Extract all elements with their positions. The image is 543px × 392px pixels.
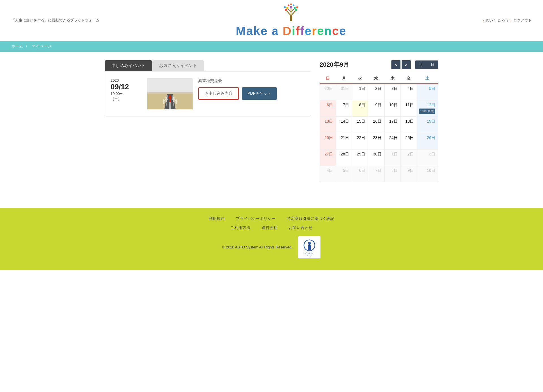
cal-header-wed: 水 [368, 74, 384, 84]
calendar-day-cell[interactable]: 17日 [384, 116, 400, 133]
calendar-day-cell[interactable]: 29日 [352, 149, 368, 166]
calendar-day-cell[interactable]: 22日 [352, 133, 368, 149]
calendar-day-cell[interactable]: 8日 [384, 166, 400, 182]
calendar-day-cell[interactable]: 23日 [368, 133, 384, 149]
svg-point-14 [293, 5, 294, 6]
calendar-day-cell[interactable]: 9日 [400, 166, 417, 182]
privacy-badge-icon: プライバシー マーク [299, 237, 319, 257]
pdf-ticket-button[interactable]: PDFチケット [242, 87, 277, 100]
calendar-day-cell[interactable]: 12日19時 異業 [417, 100, 438, 116]
event-year: 2020 [111, 78, 142, 83]
event-date: 2020 09/12 19:00〜 （土） [111, 78, 142, 101]
calendar-day-view-button[interactable]: 日 [427, 60, 438, 69]
calendar-date-number: 14日 [337, 119, 349, 124]
calendar-event-badge[interactable]: 19時 異業 [419, 109, 435, 114]
calendar-date-number: 7日 [337, 103, 349, 108]
svg-line-4 [287, 8, 291, 12]
footer-contact-link[interactable]: お問い合わせ [289, 225, 313, 230]
calendar-day-cell[interactable]: 14日 [336, 116, 352, 133]
svg-point-11 [286, 7, 288, 9]
calendar-day-cell[interactable]: 7日 [368, 166, 384, 182]
calendar-date-number: 8日 [353, 103, 365, 108]
calendar-day-cell[interactable]: 4日 [320, 166, 336, 182]
footer-howto-link[interactable]: ご利用方法 [230, 225, 250, 230]
calendar-next-button[interactable]: > [402, 60, 411, 69]
event-card: 2020 09/12 19:00〜 （土） [105, 71, 311, 116]
calendar-day-cell[interactable]: 19日 [417, 116, 438, 133]
calendar-date-number: 28日 [337, 152, 349, 157]
calendar-day-cell[interactable]: 10日 [417, 166, 438, 182]
calendar-date-number: 27日 [321, 152, 333, 157]
cal-header-sat: 土 [417, 74, 438, 84]
header-chevron1: › [483, 18, 484, 23]
calendar-day-cell[interactable]: 4日 [400, 84, 417, 100]
event-dow: （土） [111, 96, 142, 101]
calendar-day-cell[interactable]: 3日 [417, 149, 438, 166]
logout-link[interactable]: ログアウト [513, 18, 532, 23]
cal-header-mon: 月 [336, 74, 352, 84]
calendar-day-cell[interactable]: 15日 [352, 116, 368, 133]
breadcrumb-mypage: マイページ [32, 44, 51, 48]
calendar-day-cell[interactable]: 3日 [384, 84, 400, 100]
tab-registered-events[interactable]: 申し込みイベント [105, 60, 152, 71]
event-info: 異業種交流会 お申し込み内容 PDFチケット [198, 78, 305, 100]
calendar-day-cell[interactable]: 28日 [336, 149, 352, 166]
calendar-day-cell[interactable]: 2日 [400, 149, 417, 166]
tab-favorite-events[interactable]: お気に入りイベント [152, 60, 204, 71]
calendar-day-cell[interactable]: 11日 [400, 100, 417, 116]
breadcrumb-home[interactable]: ホーム [11, 44, 23, 48]
footer-legal-link[interactable]: 特定商取引法に基づく表記 [287, 216, 334, 221]
calendar-day-cell[interactable]: 31日 [336, 84, 352, 100]
calendar-date-number: 5日 [418, 86, 435, 91]
calendar-day-cell[interactable]: 26日 [417, 133, 438, 149]
calendar-title: 2020年9月 [320, 60, 349, 69]
user-name-link[interactable]: めいく たろう [486, 18, 509, 23]
site-footer: 利用規約 プライバシーポリシー 特定商取引法に基づく表記 ご利用方法 運営会社 … [0, 208, 543, 270]
footer-company-link[interactable]: 運営会社 [262, 225, 277, 230]
calendar-day-cell[interactable]: 1日 [352, 84, 368, 100]
event-buttons: お申し込み内容 PDFチケット [198, 87, 305, 100]
calendar-day-cell[interactable]: 30日 [368, 149, 384, 166]
calendar-day-cell[interactable]: 6日 [320, 100, 336, 116]
svg-point-8 [295, 8, 297, 11]
calendar-day-cell[interactable]: 27日 [320, 149, 336, 166]
calendar-week-row: 27日28日29日30日1日2日3日 [320, 149, 438, 166]
svg-text:プライバシー: プライバシー [304, 252, 314, 254]
apply-content-button[interactable]: お申し込み内容 [198, 87, 239, 100]
calendar-day-cell[interactable]: 30日 [320, 84, 336, 100]
calendar-nav: < > [391, 60, 411, 69]
calendar-date-number: 23日 [369, 135, 381, 140]
header-chevron2: › [510, 18, 512, 23]
calendar-date-number: 13日 [321, 119, 333, 124]
footer-terms-link[interactable]: 利用規約 [209, 216, 225, 221]
calendar-date-number: 3日 [418, 152, 435, 157]
calendar-day-cell[interactable]: 25日 [400, 133, 417, 149]
calendar-day-cell[interactable]: 6日 [352, 166, 368, 182]
calendar-day-cell[interactable]: 10日 [384, 100, 400, 116]
calendar-day-cell[interactable]: 18日 [400, 116, 417, 133]
event-tabs: 申し込みイベント お気に入りイベント [105, 60, 311, 71]
footer-privacy-link[interactable]: プライバシーポリシー [236, 216, 275, 221]
calendar-week-row: 6日7日8日9日10日11日12日19時 異業 [320, 100, 438, 116]
calendar-day-cell[interactable]: 5日 [417, 84, 438, 100]
calendar-day-cell[interactable]: 24日 [384, 133, 400, 149]
calendar-day-cell[interactable]: 20日 [320, 133, 336, 149]
calendar-date-number: 8日 [386, 168, 398, 173]
calendar-day-cell[interactable]: 16日 [368, 116, 384, 133]
calendar-body: 30日31日1日2日3日4日5日6日7日8日9日10日11日12日19時 異業1… [320, 84, 438, 182]
calendar-date-number: 6日 [353, 168, 365, 173]
calendar-date-number: 24日 [386, 135, 398, 140]
calendar-day-cell[interactable]: 5日 [336, 166, 352, 182]
footer-links-row1: 利用規約 プライバシーポリシー 特定商取引法に基づく表記 [11, 216, 532, 221]
calendar-day-cell[interactable]: 9日 [368, 100, 384, 116]
calendar-month-view-button[interactable]: 月 [415, 60, 427, 69]
calendar-day-cell[interactable]: 21日 [336, 133, 352, 149]
logo-text: Make a Difference [100, 24, 483, 38]
calendar-day-cell[interactable]: 8日 [352, 100, 368, 116]
calendar-day-cell[interactable]: 13日 [320, 116, 336, 133]
calendar-day-cell[interactable]: 1日 [384, 149, 400, 166]
calendar-prev-button[interactable]: < [391, 60, 400, 69]
svg-rect-29 [147, 92, 193, 94]
calendar-day-cell[interactable]: 7日 [336, 100, 352, 116]
calendar-day-cell[interactable]: 2日 [368, 84, 384, 100]
